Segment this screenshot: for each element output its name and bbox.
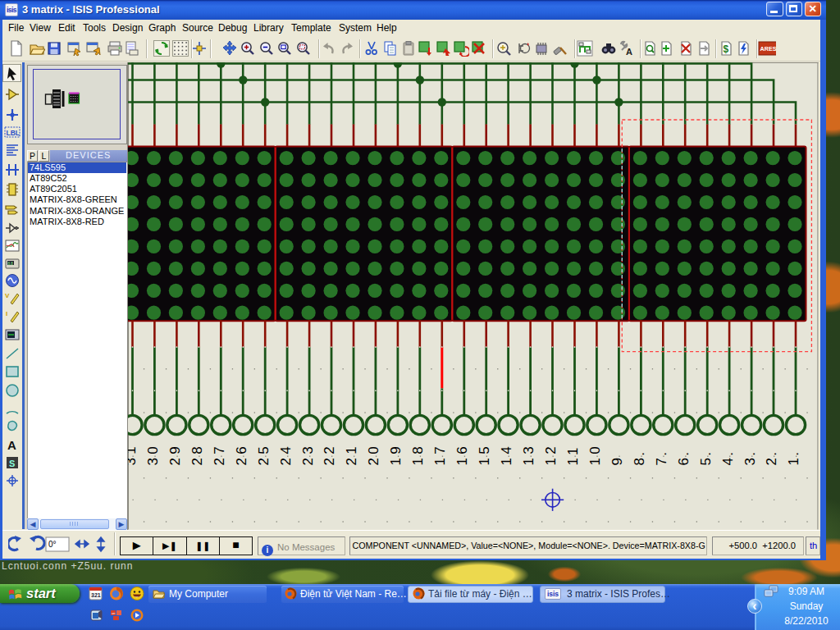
svg-text:11: 11	[565, 444, 581, 465]
svg-text:I: I	[6, 310, 7, 317]
svg-text:23: 23	[300, 443, 316, 465]
svg-text:LBL: LBL	[7, 129, 21, 137]
svg-text:9: 9	[609, 454, 625, 466]
svg-text:29: 29	[167, 443, 183, 465]
svg-text:17: 17	[432, 443, 448, 465]
svg-text:26: 26	[234, 443, 249, 465]
svg-text:8.: 8.	[632, 450, 647, 466]
svg-text:21: 21	[344, 443, 359, 465]
svg-text:24: 24	[278, 443, 294, 465]
svg-text:4.: 4.	[720, 450, 736, 466]
svg-text:5.: 5.	[698, 450, 714, 466]
svg-text:20: 20	[366, 443, 381, 465]
svg-text:14: 14	[499, 443, 514, 465]
svg-text:25: 25	[256, 443, 272, 465]
svg-text:3.: 3.	[742, 450, 758, 466]
svg-text:31: 31	[128, 443, 139, 465]
svg-text:18: 18	[410, 443, 426, 465]
svg-text:2.: 2.	[764, 450, 779, 466]
svg-text:0°: 0°	[48, 540, 57, 549]
svg-text:28: 28	[189, 443, 205, 465]
svg-text:30: 30	[145, 443, 161, 465]
svg-text:27: 27	[212, 443, 227, 465]
svg-text:15: 15	[477, 443, 492, 465]
svg-text:19: 19	[388, 443, 404, 465]
svg-text:V: V	[5, 292, 10, 299]
svg-text:1.: 1.	[786, 450, 801, 466]
svg-text:16: 16	[454, 443, 470, 465]
svg-text:10: 10	[587, 443, 603, 465]
svg-text:A: A	[7, 438, 16, 452]
svg-text:13: 13	[521, 443, 536, 465]
svg-text:8.8: 8.8	[8, 262, 14, 266]
svg-text:12: 12	[543, 443, 559, 465]
svg-text:ARES: ARES	[760, 45, 777, 52]
svg-text:321: 321	[91, 592, 101, 598]
svg-text:S: S	[9, 459, 15, 468]
svg-text:$: $	[724, 43, 729, 55]
svg-text:A: A	[626, 47, 632, 57]
svg-text:22: 22	[322, 443, 337, 465]
svg-text:un: un	[112, 611, 115, 615]
svg-text:7.: 7.	[654, 450, 669, 466]
svg-text:6.: 6.	[676, 450, 692, 466]
